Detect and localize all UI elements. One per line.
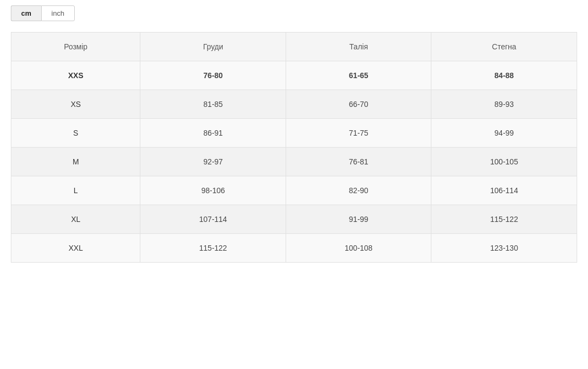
cell-hips: 94-99: [431, 119, 577, 148]
cell-size: M: [11, 148, 140, 176]
cell-size: XS: [11, 90, 140, 119]
table-row: XL107-11491-99115-122: [11, 205, 577, 234]
cell-waist: 76-81: [286, 148, 431, 176]
header-waist: Талія: [286, 33, 431, 61]
inch-button[interactable]: inch: [41, 5, 75, 21]
cell-size: XXL: [11, 234, 140, 263]
unit-toggle-group: cm inch: [11, 5, 577, 21]
header-chest: Груди: [140, 33, 286, 61]
cell-size: XXS: [11, 61, 140, 90]
cell-waist: 91-99: [286, 205, 431, 234]
cell-chest: 107-114: [140, 205, 286, 234]
cm-button[interactable]: cm: [11, 5, 41, 21]
cell-size: S: [11, 119, 140, 148]
cell-waist: 82-90: [286, 176, 431, 205]
cell-hips: 84-88: [431, 61, 577, 90]
cell-chest: 92-97: [140, 148, 286, 176]
cell-chest: 115-122: [140, 234, 286, 263]
cell-waist: 61-65: [286, 61, 431, 90]
table-header-row: Розмір Груди Талія Стегна: [11, 33, 577, 61]
cell-chest: 76-80: [140, 61, 286, 90]
cell-hips: 106-114: [431, 176, 577, 205]
table-row: M92-9776-81100-105: [11, 148, 577, 176]
header-hips: Стегна: [431, 33, 577, 61]
table-row: XXL115-122100-108123-130: [11, 234, 577, 263]
cell-size: XL: [11, 205, 140, 234]
cell-hips: 100-105: [431, 148, 577, 176]
cell-waist: 100-108: [286, 234, 431, 263]
cell-waist: 66-70: [286, 90, 431, 119]
table-row: L98-10682-90106-114: [11, 176, 577, 205]
cell-chest: 81-85: [140, 90, 286, 119]
table-row: XXS76-8061-6584-88: [11, 61, 577, 90]
header-size: Розмір: [11, 33, 140, 61]
cell-size: L: [11, 176, 140, 205]
table-row: XS81-8566-7089-93: [11, 90, 577, 119]
cell-chest: 86-91: [140, 119, 286, 148]
cell-hips: 123-130: [431, 234, 577, 263]
cell-hips: 115-122: [431, 205, 577, 234]
cell-waist: 71-75: [286, 119, 431, 148]
cell-chest: 98-106: [140, 176, 286, 205]
table-row: S86-9171-7594-99: [11, 119, 577, 148]
cell-hips: 89-93: [431, 90, 577, 119]
size-chart-table: Розмір Груди Талія Стегна XXS76-8061-658…: [11, 32, 577, 263]
